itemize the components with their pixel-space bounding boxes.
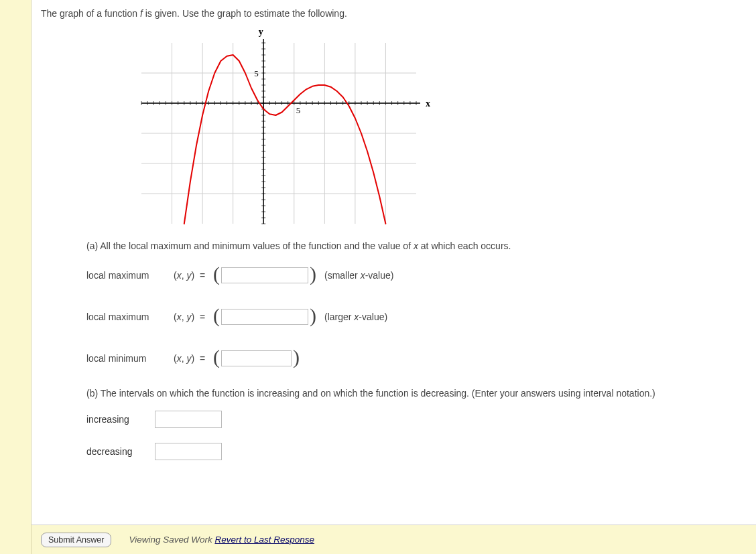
input-local-max-2[interactable] bbox=[221, 309, 308, 325]
input-increasing[interactable] bbox=[155, 411, 222, 428]
open-paren-2: ( bbox=[212, 304, 221, 327]
label-local-max-1: local maximum bbox=[86, 270, 174, 281]
note-larger-x: (larger x-value) bbox=[324, 311, 387, 322]
xy-eq-1: (x, y) = bbox=[174, 270, 208, 281]
question-prompt: The graph of a function f is given. Use … bbox=[41, 8, 748, 19]
note-smaller-x: (smaller x-value) bbox=[324, 270, 393, 281]
row-local-max-2: local maximum (x, y) = ( ) (larger x-val… bbox=[86, 305, 748, 329]
xy-eq-3: (x, y) = bbox=[174, 353, 208, 364]
graph: 55xy bbox=[135, 29, 748, 232]
close-paren-3: ) bbox=[292, 346, 301, 368]
input-decreasing[interactable] bbox=[155, 443, 222, 460]
prompt-text-1: The graph of a function bbox=[41, 8, 140, 19]
part-a-before: (a) All the local maximum and minimum va… bbox=[86, 240, 414, 251]
close-paren-2: ) bbox=[308, 304, 318, 327]
row-local-min: local minimum (x, y) = ( ) bbox=[86, 346, 748, 370]
svg-text:5: 5 bbox=[296, 105, 301, 115]
input-local-min[interactable] bbox=[221, 350, 292, 366]
viewing-saved-work: Viewing Saved Work Revert to Last Respon… bbox=[129, 535, 314, 545]
revert-link[interactable]: Revert to Last Response bbox=[214, 535, 314, 545]
submit-button[interactable]: Submit Answer bbox=[41, 533, 111, 547]
left-rail bbox=[0, 0, 32, 554]
part-a-after: at which each occurs. bbox=[418, 240, 511, 251]
svg-text:x: x bbox=[426, 98, 430, 109]
label-increasing: increasing bbox=[86, 414, 140, 425]
row-decreasing: decreasing bbox=[86, 443, 748, 460]
label-decreasing: decreasing bbox=[86, 446, 140, 457]
close-paren-1: ) bbox=[308, 263, 318, 285]
prompt-text-2: is given. Use the graph to estimate the … bbox=[143, 8, 347, 19]
function-graph-svg: 55xy bbox=[135, 29, 443, 230]
xy-eq-2: (x, y) = bbox=[174, 311, 208, 322]
main-content: The graph of a function f is given. Use … bbox=[32, 0, 756, 554]
label-local-max-2: local maximum bbox=[86, 311, 174, 322]
label-local-min: local minimum bbox=[86, 353, 174, 364]
svg-text:5: 5 bbox=[254, 68, 259, 78]
part-b-text: (b) The intervals on which the function … bbox=[86, 388, 748, 399]
input-local-max-1[interactable] bbox=[221, 267, 308, 283]
row-local-max-1: local maximum (x, y) = ( ) (smaller x-va… bbox=[86, 263, 748, 287]
svg-text:y: y bbox=[259, 29, 263, 37]
footer-bar: Submit Answer Viewing Saved Work Revert … bbox=[32, 525, 756, 554]
part-a-xvar: x bbox=[414, 240, 418, 251]
row-increasing: increasing bbox=[86, 411, 748, 428]
part-a-text: (a) All the local maximum and minimum va… bbox=[86, 240, 748, 251]
open-paren-3: ( bbox=[212, 346, 221, 368]
viewing-text: Viewing Saved Work bbox=[129, 535, 214, 545]
open-paren-1: ( bbox=[212, 263, 221, 285]
